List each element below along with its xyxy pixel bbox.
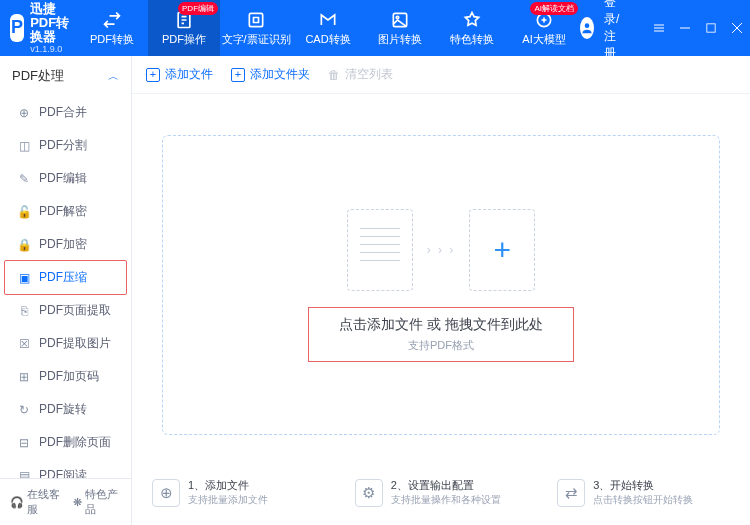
step-title: 3、开始转换 [593, 478, 693, 493]
sidebar-item-edit[interactable]: ✎PDF编辑 [5, 162, 126, 195]
step-settings-icon: ⚙ [355, 479, 383, 507]
sidebar-item-read[interactable]: ▤PDF阅读 [5, 459, 126, 478]
step-1: ⊕ 1、添加文件支持批量添加文件 [152, 478, 325, 507]
sidebar-item-page-number[interactable]: ⊞PDF加页码 [5, 360, 126, 393]
sidebar-item-label: PDF加密 [39, 236, 87, 253]
merge-icon: ⊕ [17, 106, 31, 120]
edit-icon: ✎ [17, 172, 31, 186]
login-link[interactable]: 登录/注册 [604, 0, 627, 62]
step-title: 2、设置输出配置 [391, 478, 501, 493]
featured-label: 特色产品 [85, 487, 121, 517]
nav-tab-image[interactable]: 图片转换 [364, 0, 436, 56]
app-name: 迅捷PDF转换器 [30, 2, 76, 45]
nav-badge: PDF编辑 [178, 2, 218, 15]
split-icon: ◫ [17, 139, 31, 153]
sidebar-item-split[interactable]: ◫PDF分割 [5, 129, 126, 162]
support-label: 在线客服 [27, 487, 63, 517]
sidebar-item-label: PDF删除页面 [39, 434, 111, 451]
minimize-icon[interactable] [679, 22, 691, 34]
arrow-dots-icon: › › › [427, 243, 456, 257]
sidebar-header[interactable]: PDF处理 ︿ [0, 56, 131, 96]
unlock-icon: 🔓 [17, 205, 31, 219]
rotate-icon: ↻ [17, 403, 31, 417]
featured-link[interactable]: ❋特色产品 [73, 487, 121, 517]
drop-subtitle: 支持PDF格式 [339, 338, 543, 353]
svg-point-5 [585, 23, 590, 28]
app-logo-icon: P [10, 14, 24, 42]
sidebar-item-extract-image[interactable]: ☒PDF提取图片 [5, 327, 126, 360]
nav-tab-ocr[interactable]: 文字/票证识别 [220, 0, 292, 56]
avatar-icon[interactable] [580, 17, 594, 39]
svg-point-3 [396, 16, 399, 19]
page-extract-icon: ⎘ [17, 304, 31, 318]
close-icon[interactable] [731, 22, 743, 34]
nav-label: 图片转换 [378, 32, 422, 47]
nav-label: 文字/票证识别 [222, 32, 291, 47]
svg-rect-1 [249, 13, 262, 26]
sidebar-item-merge[interactable]: ⊕PDF合并 [5, 96, 126, 129]
sidebar-item-decrypt[interactable]: 🔓PDF解密 [5, 195, 126, 228]
sidebar-item-rotate[interactable]: ↻PDF旋转 [5, 393, 126, 426]
add-folder-button[interactable]: +添加文件夹 [231, 66, 310, 83]
gift-icon: ❋ [73, 496, 82, 509]
sidebar: PDF处理 ︿ ⊕PDF合并 ◫PDF分割 ✎PDF编辑 🔓PDF解密 🔒PDF… [0, 56, 132, 525]
sidebar-item-extract-page[interactable]: ⎘PDF页面提取 [5, 294, 126, 327]
sidebar-item-label: PDF旋转 [39, 401, 87, 418]
chevron-up-icon: ︿ [108, 69, 119, 84]
nav-label: PDF转换 [90, 32, 134, 47]
step-3: ⇄ 3、开始转换点击转换按钮开始转换 [557, 478, 730, 507]
add-placeholder-icon: + [469, 209, 535, 291]
compress-icon: ▣ [17, 271, 31, 285]
maximize-icon[interactable] [705, 22, 717, 34]
svg-rect-6 [707, 24, 715, 32]
sidebar-item-label: PDF提取图片 [39, 335, 111, 352]
image-extract-icon: ☒ [17, 337, 31, 351]
step-sub: 点击转换按钮开始转换 [593, 493, 693, 507]
btn-label: 添加文件 [165, 66, 213, 83]
nav-label: 特色转换 [450, 32, 494, 47]
drop-title: 点击添加文件 或 拖拽文件到此处 [339, 316, 543, 334]
drop-illustration: › › › + [347, 209, 536, 291]
sidebar-item-label: PDF合并 [39, 104, 87, 121]
support-link[interactable]: 🎧在线客服 [10, 487, 63, 517]
lock-icon: 🔒 [17, 238, 31, 252]
sidebar-item-label: PDF阅读 [39, 467, 87, 478]
nav-tab-cad[interactable]: CAD转换 [292, 0, 364, 56]
delete-page-icon: ⊟ [17, 436, 31, 450]
titlebar-right: 登录/注册 [580, 0, 743, 62]
nav-tab-pdf-operate[interactable]: PDF编辑 PDF操作 [148, 0, 220, 56]
sidebar-item-encrypt[interactable]: 🔒PDF加密 [5, 228, 126, 261]
sidebar-item-label: PDF编辑 [39, 170, 87, 187]
step-convert-icon: ⇄ [557, 479, 585, 507]
titlebar: P 迅捷PDF转换器 v1.1.9.0 PDF转换 PDF编辑 PDF操作 文字… [0, 0, 750, 56]
step-sub: 支持批量添加文件 [188, 493, 268, 507]
sidebar-item-delete-page[interactable]: ⊟PDF删除页面 [5, 426, 126, 459]
sidebar-item-label: PDF压缩 [39, 269, 87, 286]
sidebar-item-label: PDF解密 [39, 203, 87, 220]
nav-badge: AI解读文档 [530, 2, 578, 15]
step-title: 1、添加文件 [188, 478, 268, 493]
drop-text-box: 点击添加文件 或 拖拽文件到此处 支持PDF格式 [308, 307, 574, 362]
sidebar-item-label: PDF分割 [39, 137, 87, 154]
drop-zone[interactable]: › › › + 点击添加文件 或 拖拽文件到此处 支持PDF格式 [162, 135, 720, 435]
read-icon: ▤ [17, 469, 31, 479]
nav-tab-special[interactable]: 特色转换 [436, 0, 508, 56]
step-2: ⚙ 2、设置输出配置支持批量操作和各种设置 [355, 478, 528, 507]
sidebar-item-compress[interactable]: ▣PDF压缩 [5, 261, 126, 294]
trash-icon: 🗑 [328, 68, 340, 82]
sidebar-header-label: PDF处理 [12, 67, 64, 85]
nav-tabs: PDF转换 PDF编辑 PDF操作 文字/票证识别 CAD转换 图片转换 特色转… [76, 0, 580, 56]
nav-tab-ai[interactable]: AI解读文档 AI大模型 [508, 0, 580, 56]
sidebar-item-label: PDF加页码 [39, 368, 99, 385]
add-file-button[interactable]: +添加文件 [146, 66, 213, 83]
add-file-icon: + [146, 68, 160, 82]
steps-bar: ⊕ 1、添加文件支持批量添加文件 ⚙ 2、设置输出配置支持批量操作和各种设置 ⇄… [132, 466, 750, 525]
sidebar-footer: 🎧在线客服 ❋特色产品 [0, 478, 131, 525]
clear-list-button[interactable]: 🗑清空列表 [328, 66, 393, 83]
step-add-icon: ⊕ [152, 479, 180, 507]
toolbar: +添加文件 +添加文件夹 🗑清空列表 [132, 56, 750, 94]
app-version: v1.1.9.0 [30, 44, 76, 54]
menu-icon[interactable] [653, 22, 665, 34]
headset-icon: 🎧 [10, 496, 24, 509]
nav-tab-pdf-convert[interactable]: PDF转换 [76, 0, 148, 56]
